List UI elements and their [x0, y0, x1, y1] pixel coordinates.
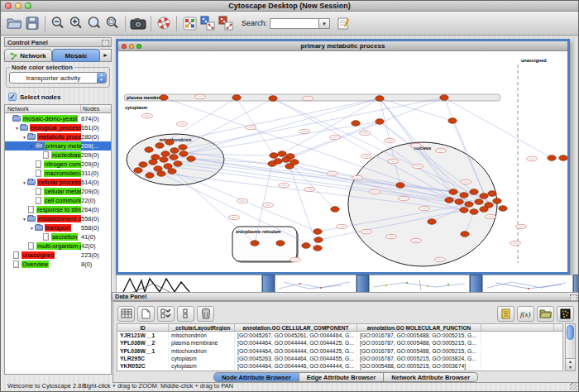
network-node[interactable]	[282, 157, 290, 163]
more-tabs-button[interactable]: ►	[100, 49, 112, 62]
network-node[interactable]	[157, 171, 165, 177]
network-node-label[interactable]	[290, 257, 301, 261]
network-node[interactable]	[278, 151, 286, 157]
expand-arrow-icon[interactable]: ▼	[29, 226, 35, 231]
select-attributes-icon[interactable]	[157, 306, 175, 322]
network-node[interactable]	[314, 237, 323, 243]
table-row[interactable]: YDR039C__1mitochondrion[GO:0044464, GO:0…	[117, 370, 562, 371]
notepad-icon[interactable]	[497, 306, 514, 322]
network-node[interactable]	[480, 207, 488, 213]
network-node[interactable]	[548, 155, 556, 161]
network-node[interactable]	[376, 96, 384, 102]
network-node[interactable]	[170, 155, 178, 160]
snapshot-icon[interactable]	[129, 14, 147, 32]
network-node[interactable]	[161, 151, 170, 157]
table-icon[interactable]	[117, 306, 135, 322]
scrollbar-thumb[interactable]	[567, 325, 574, 340]
tiled-window[interactable]	[482, 275, 573, 292]
network-node[interactable]	[470, 209, 478, 215]
network-node-label[interactable]	[461, 179, 471, 184]
network-node-label[interactable]	[246, 125, 256, 129]
network-node[interactable]	[270, 153, 278, 159]
tree-item-secretion[interactable]: secretion41(0)	[5, 232, 111, 241]
float-panel-icon[interactable]	[570, 294, 577, 301]
network-node[interactable]	[480, 194, 488, 199]
tiled-window[interactable]	[369, 275, 470, 292]
zoom-out-icon[interactable]	[49, 14, 67, 32]
expand-arrow-icon[interactable]: ▼	[22, 217, 27, 222]
network-node-label[interactable]	[337, 224, 347, 228]
network-canvas[interactable]: plasma membranecytoplasmmitochondrionnuc…	[118, 51, 567, 272]
tree-item-primary-metabo[interactable]: ▼primary metabo209(...	[5, 141, 111, 151]
zoom-selected-icon[interactable]	[103, 14, 122, 32]
select-nodes-checkbox[interactable]: ✓	[8, 93, 17, 101]
network-node[interactable]	[160, 157, 168, 163]
tree-item-unassigned[interactable]: unassigned223(0)	[5, 251, 111, 260]
network-node[interactable]	[168, 169, 176, 174]
expand-arrow-icon[interactable]: ▼	[29, 144, 35, 149]
resize-grip[interactable]	[570, 383, 577, 390]
network-node-label[interactable]	[436, 148, 447, 152]
network-node-label[interactable]	[388, 159, 399, 163]
network-node[interactable]	[449, 189, 457, 195]
node-color-dropdown[interactable]: transporter activity ▲▼	[9, 72, 107, 84]
network-node-label[interactable]	[435, 257, 446, 261]
tree-item-response-to-stimulu[interactable]: response to stimulu264(0)	[5, 205, 111, 214]
network-node-label[interactable]	[177, 122, 188, 126]
zoom-fit-icon[interactable]	[85, 14, 103, 32]
network-node[interactable]	[164, 164, 172, 170]
network-node[interactable]	[251, 241, 259, 246]
tiled-window-titlebar[interactable]	[470, 275, 482, 292]
network-node[interactable]	[460, 193, 468, 198]
tree-column-nodes[interactable]: Nodes	[81, 105, 111, 112]
tree-item-metabolic-process[interactable]: ▼metabolic process280(0)	[5, 132, 111, 141]
network-node-label[interactable]	[303, 96, 313, 100]
column-header-annotation-go-cellular-component[interactable]: annotation.GO CELLULAR_COMPONENT	[235, 324, 357, 331]
network-node[interactable]	[440, 95, 448, 101]
network-node[interactable]	[268, 161, 276, 167]
network-node[interactable]	[461, 232, 469, 237]
tree-item-cellular-metabo[interactable]: cellular metabo209(0)	[5, 187, 111, 196]
network-node-label[interactable]	[361, 229, 372, 233]
network-node[interactable]	[352, 121, 360, 127]
network-node-label[interactable]	[527, 156, 538, 160]
network-node-label[interactable]	[385, 138, 395, 142]
table-row[interactable]: YKR052Ccytoplasm[GO:0044464, GO:0044446,…	[117, 362, 562, 370]
network-node[interactable]	[179, 145, 187, 151]
network-node[interactable]	[285, 164, 294, 170]
network-node[interactable]	[445, 198, 453, 203]
network-node[interactable]	[170, 148, 179, 154]
network-node[interactable]	[165, 140, 174, 146]
tiled-window-titlebar[interactable]	[573, 275, 579, 292]
network-node[interactable]	[156, 143, 164, 149]
network-node[interactable]	[455, 199, 463, 205]
network-node[interactable]	[475, 199, 483, 205]
delete-attribute-icon[interactable]	[197, 306, 214, 322]
network-node-label[interactable]	[195, 94, 206, 98]
tree-item-nitrogen-compo[interactable]: nitrogen compo209(0)	[5, 160, 111, 169]
open-file-icon[interactable]	[5, 14, 23, 32]
tree-item-biological-process[interactable]: ▼biological_process651(0)	[5, 123, 111, 132]
expand-arrow-icon[interactable]: ▼	[22, 135, 27, 140]
float-panel-icon[interactable]	[102, 40, 109, 46]
annotation-icon[interactable]	[334, 14, 352, 32]
network-node-label[interactable]	[370, 189, 380, 194]
network-node[interactable]	[302, 243, 310, 249]
matrix-icon[interactable]	[557, 306, 574, 322]
network-node[interactable]	[146, 173, 154, 179]
network-node[interactable]	[154, 166, 162, 172]
tab-mosaic[interactable]: Mosaic	[52, 49, 100, 62]
tree-item-mosaic-demo-yeast[interactable]: mosaic-demo-yeast874(0)	[5, 114, 111, 123]
network-node-label[interactable]	[360, 131, 371, 135]
network-node[interactable]	[151, 155, 160, 160]
tiled-window[interactable]	[275, 275, 356, 292]
table-row[interactable]: YJR121W__1mitochondrion[GO:0045267, GO:0…	[117, 332, 562, 339]
tab-network[interactable]: Network	[4, 49, 52, 62]
tiled-window-titlebar[interactable]	[262, 275, 275, 292]
network-node-label[interactable]	[411, 143, 422, 147]
tiled-window-titlebar[interactable]	[356, 275, 369, 292]
column-header-annotation-go-molecular-function[interactable]: annotation.GO MOLECULAR_FUNCTION	[357, 324, 481, 331]
network-node[interactable]	[134, 168, 142, 174]
network-node[interactable]	[145, 147, 153, 153]
network-view-window[interactable]: primary metabolic process plasma membran…	[116, 39, 570, 275]
